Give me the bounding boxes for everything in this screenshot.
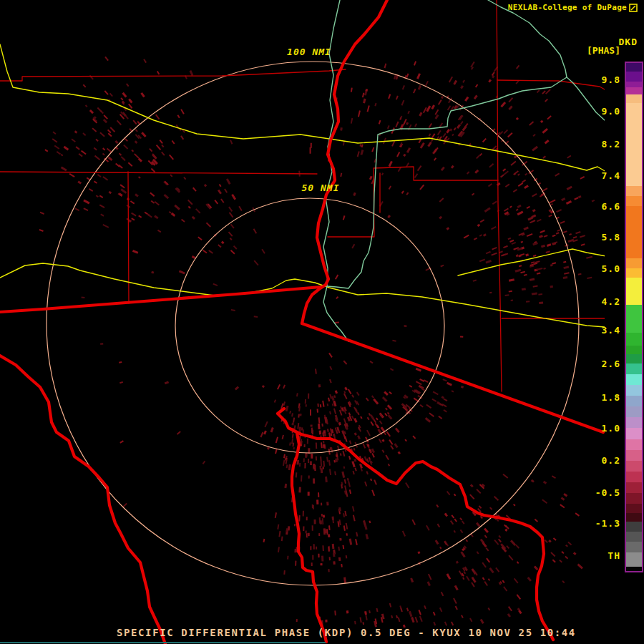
colorbar-segment: [626, 532, 642, 542]
colorbar-segment: [626, 552, 642, 567]
colorbar-tick-8.2: 8.2: [563, 139, 620, 150]
colorbar-segment: [626, 513, 642, 522]
site-title: NEXLAB-College of DuPage: [508, 3, 638, 12]
colorbar-segment: [626, 542, 642, 552]
colorbar-segment: [626, 186, 642, 196]
radar-map-canvas: [0, 0, 644, 644]
colorbar-segment: [626, 567, 642, 571]
colorbar-segment: [626, 385, 642, 396]
colorbar-tick-1.0: 1.0: [563, 423, 620, 434]
colorbar-segment: [626, 504, 642, 513]
colorbar-segment: [626, 72, 642, 82]
colorbar-segment: [626, 428, 642, 439]
colorbar-segment: [626, 450, 642, 461]
colorbar-tick--1.3: -1.3: [563, 518, 620, 529]
range-ring-label-100nmi: 100 NMI: [270, 47, 348, 57]
colorbar-segment: [626, 406, 642, 417]
colorbar-tick-3.4: 3.4: [563, 325, 620, 336]
colorbar-segment: [626, 417, 642, 428]
colorbar-tick--0.5: -0.5: [563, 487, 620, 498]
colorbar-segment: [626, 346, 642, 354]
colorbar-tick-TH: TH: [563, 550, 620, 561]
radar-viewer-window: 100 NMI 50 NMI NEXLAB-College of DuPage …: [0, 0, 644, 644]
colorbar-segment: [626, 82, 642, 87]
product-code-label: DKD: [619, 36, 638, 47]
colorbar-segment: [626, 461, 642, 472]
colorbar-segment: [626, 258, 642, 268]
colorbar-tick-0.2: 0.2: [563, 455, 620, 466]
site-title-text: NEXLAB-College of DuPage: [508, 3, 627, 12]
colorbar-segment: [626, 439, 642, 450]
kdp-colorbar: [625, 62, 643, 572]
colorbar-tick-6.6: 6.6: [563, 201, 620, 212]
colorbar-tick-9.8: 9.8: [563, 74, 620, 85]
product-title: SPECIFIC DIFFERENTIAL PHASE (KDP) 0.5 DE…: [117, 627, 576, 638]
colorbar-segment: [626, 196, 642, 206]
product-units-label: [PHAS]: [587, 45, 620, 56]
colorbar-segment: [626, 472, 642, 482]
colorbar-segment: [626, 493, 642, 504]
colorbar-segment: [626, 482, 642, 493]
colorbar-tick-4.2: 4.2: [563, 296, 620, 307]
colorbar-tick-5.0: 5.0: [563, 263, 620, 274]
colorbar-segment: [626, 278, 642, 305]
colorbar-segment: [626, 206, 642, 258]
colorbar-tick-2.6: 2.6: [563, 358, 620, 369]
colorbar-segment: [626, 305, 642, 332]
colorbar-segment: [626, 396, 642, 406]
colorbar-tick-5.8: 5.8: [563, 232, 620, 243]
range-ring-label-50nmi: 50 NMI: [281, 182, 360, 193]
colorbar-tick-9.0: 9.0: [563, 106, 620, 117]
colorbar-segment: [626, 103, 642, 186]
nexlab-logo-icon: [629, 4, 638, 12]
colorbar-segment: [626, 87, 642, 94]
bottom-edge-line: [0, 642, 326, 643]
colorbar-segment: [626, 333, 642, 346]
colorbar-segment: [626, 94, 642, 103]
colorbar-tick-1.8: 1.8: [563, 392, 620, 403]
colorbar-tick-7.4: 7.4: [563, 170, 620, 181]
colorbar-segment: [626, 374, 642, 385]
colorbar-segment: [626, 354, 642, 364]
colorbar-segment: [626, 268, 642, 278]
colorbar-segment: [626, 522, 642, 532]
colorbar-segment: [626, 364, 642, 374]
colorbar-segment: [626, 63, 642, 72]
